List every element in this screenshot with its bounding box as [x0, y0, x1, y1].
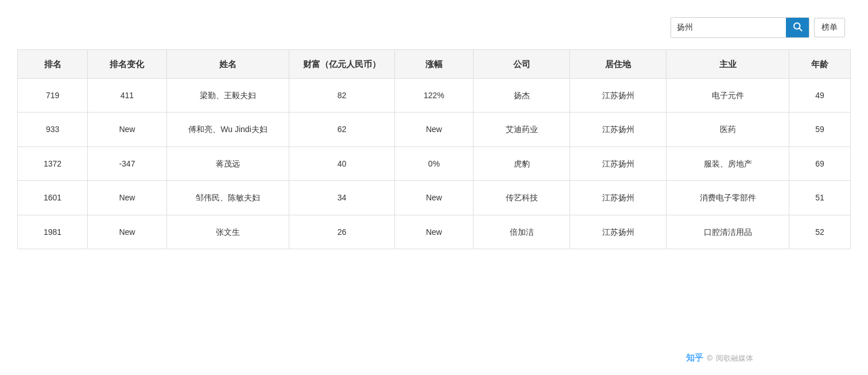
cell-industry: 消费电子零部件	[666, 181, 789, 215]
cell-industry: 电子元件	[666, 79, 789, 113]
cell-industry: 医药	[666, 113, 789, 146]
th-rise: 涨幅	[394, 50, 473, 79]
cell-change: New	[88, 215, 166, 249]
cell-change: -347	[88, 146, 166, 180]
cell-name: 傅和亮、Wu Jindi夫妇	[166, 113, 289, 146]
search-input-wrapper	[671, 17, 809, 38]
watermark-partner: 阅歌融媒体	[716, 353, 753, 364]
watermark-at: ©	[707, 354, 712, 362]
cell-rise: New	[394, 181, 473, 215]
cell-name: 邹伟民、陈敏夫妇	[166, 181, 289, 215]
cell-age: 49	[789, 79, 851, 113]
cell-age: 52	[789, 215, 851, 249]
page-container: 榜单 排名 排名变化 姓名 财富（亿元人民币）	[0, 0, 868, 375]
table-row: 719411梁勤、王毅夫妇82122%扬杰江苏扬州电子元件49	[18, 79, 851, 113]
cell-rise: New	[394, 113, 473, 146]
th-name: 姓名	[166, 50, 289, 79]
cell-rank: 933	[18, 113, 88, 146]
search-icon	[792, 21, 803, 34]
cell-company: 倍加洁	[474, 215, 570, 249]
search-button[interactable]	[786, 18, 809, 37]
cell-industry: 服装、房地产	[666, 146, 789, 180]
cell-age: 59	[789, 113, 851, 146]
cell-name: 梁勤、王毅夫妇	[166, 79, 289, 113]
search-input[interactable]	[671, 18, 786, 37]
th-rank: 排名	[18, 50, 88, 79]
cell-name: 蒋茂远	[166, 146, 289, 180]
cell-age: 51	[789, 181, 851, 215]
cell-wealth: 26	[289, 215, 394, 249]
th-wealth: 财富（亿元人民币）	[289, 50, 394, 79]
cell-wealth: 34	[289, 181, 394, 215]
cell-change: New	[88, 113, 166, 146]
cell-location: 江苏扬州	[570, 79, 666, 113]
th-industry: 主业	[666, 50, 789, 79]
th-age: 年龄	[789, 50, 851, 79]
cell-rise: 122%	[394, 79, 473, 113]
cell-rise: 0%	[394, 146, 473, 180]
table-row: 933New傅和亮、Wu Jindi夫妇62New艾迪药业江苏扬州医药59	[18, 113, 851, 146]
cell-rank: 719	[18, 79, 88, 113]
cell-company: 传艺科技	[474, 181, 570, 215]
cell-rank: 1981	[18, 215, 88, 249]
cell-location: 江苏扬州	[570, 181, 666, 215]
cell-change: New	[88, 181, 166, 215]
cell-location: 江苏扬州	[570, 215, 666, 249]
th-company: 公司	[474, 50, 570, 79]
cell-change: 411	[88, 79, 166, 113]
cell-wealth: 82	[289, 79, 394, 113]
watermark: 知乎 © 阅歌融媒体	[686, 353, 753, 364]
cell-rise: New	[394, 215, 473, 249]
cell-wealth: 40	[289, 146, 394, 180]
bangdan-label: 榜单	[822, 22, 838, 32]
cell-location: 江苏扬州	[570, 113, 666, 146]
table-row: 1372-347蒋茂远400%虎豹江苏扬州服装、房地产69	[18, 146, 851, 180]
richlist-table: 排名 排名变化 姓名 财富（亿元人民币） 涨幅 公司	[17, 49, 851, 249]
bangdan-button[interactable]: 榜单	[814, 18, 845, 37]
cell-name: 张文生	[166, 215, 289, 249]
cell-company: 虎豹	[474, 146, 570, 180]
cell-rank: 1372	[18, 146, 88, 180]
table-row: 1601New邹伟民、陈敏夫妇34New传艺科技江苏扬州消费电子零部件51	[18, 181, 851, 215]
table-container: 排名 排名变化 姓名 财富（亿元人民币） 涨幅 公司	[0, 49, 868, 249]
cell-age: 69	[789, 146, 851, 180]
search-area: 榜单	[0, 11, 868, 49]
cell-wealth: 62	[289, 113, 394, 146]
table-row: 1981New张文生26New倍加洁江苏扬州口腔清洁用品52	[18, 215, 851, 249]
cell-company: 艾迪药业	[474, 113, 570, 146]
th-change: 排名变化	[88, 50, 166, 79]
th-location: 居住地	[570, 50, 666, 79]
watermark-zhihu: 知乎	[686, 353, 703, 364]
cell-company: 扬杰	[474, 79, 570, 113]
svg-line-1	[799, 28, 801, 30]
cell-industry: 口腔清洁用品	[666, 215, 789, 249]
cell-rank: 1601	[18, 181, 88, 215]
table-header-row: 排名 排名变化 姓名 财富（亿元人民币） 涨幅 公司	[18, 50, 851, 79]
cell-location: 江苏扬州	[570, 146, 666, 180]
